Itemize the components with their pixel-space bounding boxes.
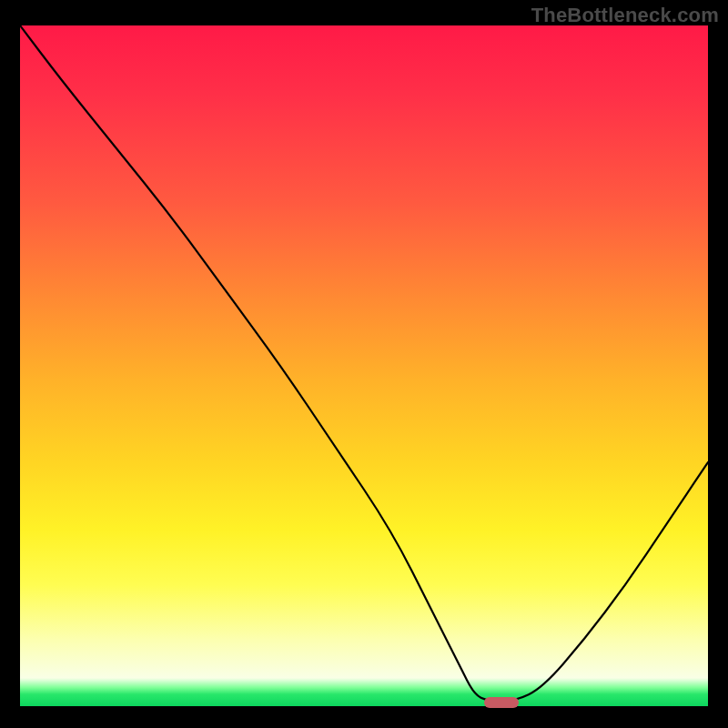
baseline xyxy=(20,706,708,708)
curve-path xyxy=(20,25,708,702)
chart-frame: TheBottleneck.com xyxy=(0,0,728,728)
optimal-marker xyxy=(484,697,519,708)
bottleneck-curve xyxy=(20,25,708,708)
plot-area xyxy=(20,25,708,708)
watermark-text: TheBottleneck.com xyxy=(531,4,719,27)
